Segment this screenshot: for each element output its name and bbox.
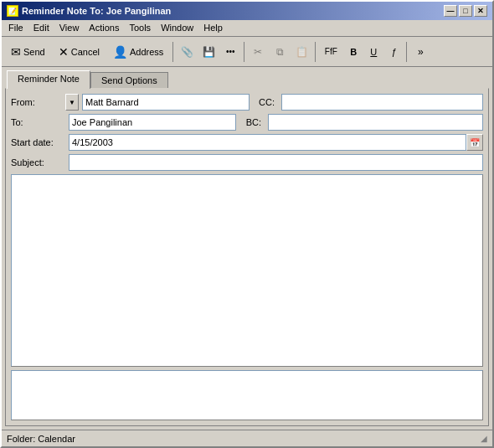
- attachment-button[interactable]: 📎: [177, 42, 197, 62]
- separator-3: [315, 42, 316, 62]
- tab-bar: Reminder Note Send Options: [2, 67, 492, 88]
- title-controls: — □ ✕: [444, 5, 487, 17]
- start-date-row: Start date: 📅: [11, 134, 483, 151]
- calendar-button[interactable]: 📅: [466, 134, 483, 151]
- menu-tools[interactable]: Tools: [124, 22, 156, 34]
- menu-bar: File Edit View Actions Tools Window Help: [2, 20, 492, 37]
- cc-input[interactable]: [281, 94, 483, 111]
- from-field-wrapper: From: ▼: [11, 94, 79, 111]
- from-input[interactable]: [82, 94, 250, 111]
- underline-button[interactable]: U: [364, 43, 383, 61]
- body-area[interactable]: [11, 174, 483, 367]
- subject-label: Subject:: [11, 157, 65, 167]
- to-label: To:: [11, 117, 65, 127]
- cancel-icon: ✕: [59, 45, 69, 59]
- separator-4: [406, 42, 407, 62]
- window: 📝 Reminder Note To: Joe Pangilinan — □ ✕…: [0, 0, 494, 448]
- start-date-input[interactable]: [69, 134, 466, 151]
- content-area: From: ▼ CC: To: BC: Start date: 📅 Subjec…: [5, 88, 489, 426]
- cc-label: CC:: [253, 97, 278, 107]
- separator-2: [244, 42, 244, 62]
- start-date-label: Start date:: [11, 137, 65, 147]
- bc-input[interactable]: [268, 114, 483, 131]
- send-icon: ✉: [11, 45, 21, 59]
- subject-row: Subject:: [11, 154, 483, 171]
- format-button[interactable]: FfF: [319, 43, 342, 61]
- menu-edit[interactable]: Edit: [28, 22, 54, 34]
- bottom-panel[interactable]: [11, 370, 483, 420]
- menu-window[interactable]: Window: [156, 22, 198, 34]
- separator-1: [172, 42, 173, 62]
- address-icon: 👤: [113, 45, 127, 59]
- copy-button[interactable]: ⧉: [270, 42, 290, 62]
- overflow-button[interactable]: »: [410, 42, 430, 62]
- send-button[interactable]: ✉ Send: [5, 40, 51, 64]
- address-label: Address: [130, 47, 163, 57]
- to-row: To: BC:: [11, 114, 483, 131]
- resize-grip-icon: ◢: [481, 434, 487, 443]
- title-bar: 📝 Reminder Note To: Joe Pangilinan — □ ✕: [2, 2, 492, 20]
- subject-input[interactable]: [69, 154, 483, 171]
- menu-view[interactable]: View: [54, 22, 85, 34]
- from-row: From: ▼ CC:: [11, 94, 483, 111]
- cancel-label: Cancel: [71, 47, 100, 57]
- tab-reminder-note[interactable]: Reminder Note: [7, 70, 90, 89]
- address-button[interactable]: 👤 Address: [107, 40, 169, 64]
- save-button[interactable]: 💾: [198, 42, 219, 62]
- date-wrapper: 📅: [69, 134, 483, 151]
- bc-label: BC:: [239, 117, 265, 127]
- from-label: From:: [11, 97, 65, 107]
- from-dropdown-arrow[interactable]: ▼: [65, 94, 79, 111]
- bold-button[interactable]: B: [344, 43, 363, 61]
- script-button[interactable]: ƒ: [384, 43, 403, 61]
- tab-send-options[interactable]: Send Options: [90, 72, 168, 88]
- folder-status: Folder: Calendar: [7, 434, 75, 444]
- cut-button[interactable]: ✂: [248, 42, 268, 62]
- paste-button[interactable]: 📋: [291, 42, 311, 62]
- window-icon: 📝: [7, 5, 18, 17]
- toolbar: ✉ Send ✕ Cancel 👤 Address 📎 💾 ••• ✂ ⧉ 📋 …: [2, 37, 492, 67]
- to-input[interactable]: [69, 114, 236, 131]
- menu-help[interactable]: Help: [198, 22, 228, 34]
- cancel-button[interactable]: ✕ Cancel: [53, 40, 105, 64]
- options-button[interactable]: •••: [220, 42, 240, 62]
- maximize-button[interactable]: □: [459, 5, 472, 17]
- minimize-button[interactable]: —: [444, 5, 457, 17]
- menu-file[interactable]: File: [3, 22, 28, 34]
- menu-actions[interactable]: Actions: [84, 22, 124, 34]
- send-label: Send: [23, 47, 45, 57]
- close-button[interactable]: ✕: [474, 5, 487, 17]
- status-bar: Folder: Calendar ◢: [2, 430, 492, 446]
- window-title: Reminder Note To: Joe Pangilinan: [22, 6, 171, 16]
